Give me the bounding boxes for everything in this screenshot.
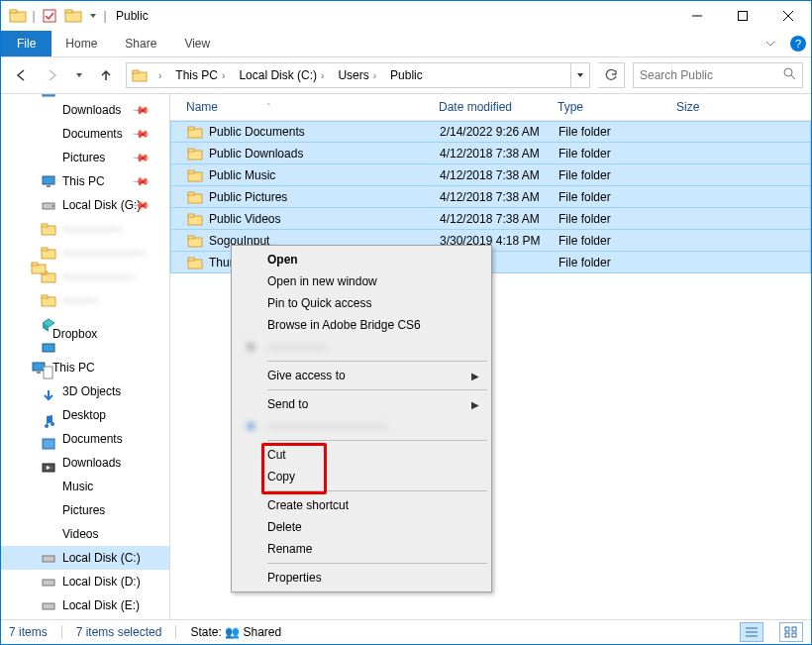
nav-blurred-1[interactable]: ————— (1, 217, 169, 241)
col-date[interactable]: Date modified (439, 100, 558, 114)
search-box[interactable]: Search Public (633, 62, 803, 88)
nav-local-disk-e[interactable]: Local Disk (E:) (1, 593, 169, 617)
ctx-create-shortcut[interactable]: Create shortcut (234, 494, 489, 516)
share-tab[interactable]: Share (111, 31, 170, 56)
nav-local-disk-c[interactable]: Local Disk (C:) (1, 546, 169, 570)
help-button[interactable]: ? (785, 31, 811, 56)
svg-rect-24 (42, 224, 48, 227)
ctx-properties[interactable]: Properties (234, 567, 489, 589)
svg-rect-4 (65, 10, 72, 13)
chevron-right-icon[interactable]: › (369, 70, 380, 81)
nav-downloads-2[interactable]: Downloads (1, 451, 169, 475)
ctx-delete[interactable]: Delete (234, 516, 489, 538)
explorer-window: | | Public File Home Share View ? (0, 0, 812, 645)
folder-icon (187, 146, 203, 161)
details-view-button[interactable] (740, 622, 763, 642)
file-type: File folder (558, 147, 677, 161)
nav-local-disk-g[interactable]: Local Disk (G:)📌 (1, 193, 169, 217)
thispc-icon (41, 173, 56, 189)
back-button[interactable] (9, 63, 33, 87)
qat-customize-icon[interactable] (86, 5, 100, 27)
file-row[interactable]: Public Downloads4/12/2018 7:38 AMFile fo… (170, 143, 811, 164)
forward-button[interactable] (41, 63, 64, 87)
large-icons-view-button[interactable] (779, 622, 803, 642)
ctx-cut[interactable]: Cut (234, 444, 489, 466)
file-name: Public Downloads (209, 147, 303, 161)
address-dropdown-icon[interactable] (570, 63, 589, 87)
pin-icon: 📌 (131, 100, 150, 119)
svg-rect-43 (43, 580, 54, 586)
file-row[interactable]: Public Pictures4/12/2018 7:38 AMFile fol… (170, 186, 811, 208)
nav-pictures[interactable]: Pictures📌 (1, 146, 169, 169)
chevron-right-icon[interactable]: › (218, 70, 229, 81)
svg-line-12 (791, 75, 795, 79)
home-tab[interactable]: Home (51, 31, 111, 56)
view-tab[interactable]: View (170, 31, 224, 56)
svg-rect-62 (785, 627, 789, 631)
col-size[interactable]: Size (676, 100, 811, 114)
pictures-icon (41, 150, 56, 165)
ctx-blurred-a[interactable]: ■————— (234, 336, 489, 358)
nav-desktop[interactable]: Desktop (1, 403, 169, 427)
nav-music[interactable]: Music (1, 475, 169, 498)
up-button[interactable] (94, 63, 118, 87)
new-folder-icon[interactable] (62, 5, 84, 27)
nav-blurred-2[interactable]: ——————— (1, 241, 169, 265)
pin-icon: 📌 (131, 148, 150, 166)
nav-3d-objects[interactable]: 3D Objects (1, 379, 169, 403)
crumb-public[interactable]: Public (386, 63, 427, 87)
nav-documents-2[interactable]: Documents (1, 427, 169, 451)
breadcrumb-bar[interactable]: › This PC› Local Disk (C:)› Users› Publi… (126, 62, 590, 88)
refresh-button[interactable] (598, 62, 625, 88)
ctx-send-to[interactable]: Send to▶ (234, 393, 489, 415)
crumb-this-pc[interactable]: This PC› (171, 63, 233, 87)
chevron-right-icon[interactable]: › (154, 70, 165, 81)
file-name: Public Music (209, 168, 275, 182)
file-tab[interactable]: File (1, 31, 51, 56)
nav-local-disk-d[interactable]: Local Disk (D:) (1, 570, 169, 593)
nav-blurred-3[interactable]: —————— (1, 265, 169, 288)
file-date: 4/12/2018 7:38 AM (440, 168, 558, 182)
chevron-right-icon[interactable]: › (317, 70, 328, 81)
svg-rect-58 (188, 258, 194, 261)
svg-rect-39 (43, 439, 54, 449)
close-button[interactable] (765, 1, 811, 31)
folder-icon (41, 221, 56, 237)
expand-ribbon-icon[interactable] (756, 31, 785, 56)
ctx-copy[interactable]: Copy (234, 466, 489, 487)
nav-dropbox[interactable]: Dropbox (1, 322, 169, 346)
nav-videos[interactable]: Videos (1, 522, 169, 546)
crumb-users[interactable]: Users› (334, 63, 384, 87)
col-type[interactable]: Type (558, 100, 676, 114)
navigation-pane[interactable]: Downloads📌 Documents📌 Pictures📌 This PC📌… (1, 94, 170, 619)
file-row[interactable]: Public Documents2/14/2022 9:26 AMFile fo… (170, 121, 811, 143)
ctx-open-new-window[interactable]: Open in new window (234, 270, 489, 292)
nav-pictures-2[interactable]: Pictures (1, 498, 169, 522)
file-name: Public Documents (209, 125, 305, 139)
file-row[interactable]: Public Music4/12/2018 7:38 AMFile folder (170, 164, 811, 186)
nav-downloads[interactable]: Downloads📌 (1, 98, 169, 122)
nav-blurred-drive[interactable]: —————— (1, 617, 169, 619)
folder-icon (187, 124, 203, 140)
ctx-pin-quick-access[interactable]: Pin to Quick access (234, 292, 489, 314)
ctx-blurred-b[interactable]: ■—————————— (234, 415, 489, 437)
maximize-button[interactable] (720, 1, 765, 31)
recent-locations-icon[interactable] (72, 63, 86, 87)
crumb-local-disk-c[interactable]: Local Disk (C:)› (235, 63, 332, 87)
minimize-button[interactable] (674, 1, 720, 31)
ctx-browse-bridge[interactable]: Browse in Adobe Bridge CS6 (234, 314, 489, 336)
ctx-give-access-to[interactable]: Give access to▶ (234, 365, 489, 386)
properties-icon[interactable] (39, 5, 60, 27)
folder-icon (187, 255, 203, 270)
nav-blurred-4[interactable]: ——— (1, 288, 169, 312)
ctx-rename[interactable]: Rename (234, 538, 489, 560)
col-name[interactable]: Nameˆ (186, 100, 439, 114)
ctx-open[interactable]: Open (234, 249, 489, 270)
ctx-separator (267, 361, 487, 362)
nav-this-pc-pinned[interactable]: This PC📌 (1, 169, 169, 193)
file-row[interactable]: Public Videos4/12/2018 7:38 AMFile folde… (170, 208, 811, 230)
nav-documents[interactable]: Documents📌 (1, 122, 169, 146)
nav-this-pc[interactable]: This PC (1, 356, 169, 379)
ribbon-tabs: File Home Share View ? (1, 31, 811, 57)
quick-access-toolbar: | | (1, 5, 108, 27)
